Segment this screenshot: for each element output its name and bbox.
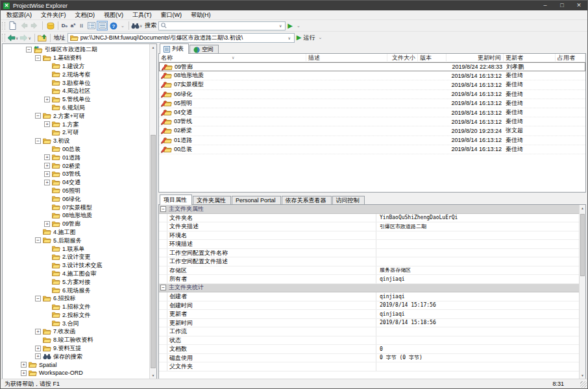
tree-item[interactable]: 4.施工图 <box>3 228 149 237</box>
property-row[interactable]: 磁盘使用0 字节 (0 字节) <box>159 354 585 363</box>
column-header[interactable]: 更新者 <box>504 54 556 62</box>
expand-icon[interactable]: + <box>44 221 50 227</box>
find-icon[interactable] <box>131 21 140 30</box>
tree-item[interactable]: +02桥梁 <box>3 161 149 170</box>
expand-icon[interactable]: + <box>21 370 27 376</box>
tree-item[interactable]: 6.规划局 <box>3 104 149 112</box>
expand-icon[interactable]: + <box>35 329 41 335</box>
column-header[interactable]: 更新时间 <box>447 54 504 62</box>
list-row[interactable]: 08地形地质2019/8/14 16:13:12秦佳琦 <box>159 71 585 80</box>
list-view-icon[interactable] <box>86 21 97 30</box>
property-row[interactable]: 工作流 <box>159 327 585 336</box>
expand-icon[interactable]: + <box>21 362 27 368</box>
tree-scrollbar-thumb[interactable] <box>151 135 156 368</box>
menu-item[interactable]: 数据源(A) <box>2 10 36 19</box>
tree-item[interactable]: 2.设计变更 <box>3 253 149 261</box>
close-button[interactable]: ✕ <box>570 1 587 10</box>
run-icon[interactable]: ▶ <box>297 34 302 41</box>
list-row[interactable]: 05照明2019/8/14 16:13:12秦佳琦 <box>159 99 585 108</box>
property-row[interactable]: 更新者qinjiaqi <box>159 310 585 319</box>
tree-item[interactable]: +Workspace-ORD <box>3 369 149 377</box>
tree-item[interactable]: +03管线 <box>3 170 149 178</box>
property-row[interactable]: 创建者qinjiaqi <box>159 292 585 301</box>
property-row[interactable]: 所有者qinjiaqi <box>159 275 585 284</box>
list-row[interactable]: 07实景模型2019/8/14 16:13:12秦佳琦 <box>159 80 585 89</box>
tree-item[interactable]: 5.方案对接 <box>3 277 149 286</box>
column-header[interactable]: 名称∨ <box>159 54 306 62</box>
tree-item[interactable]: −2.方案+可研 <box>3 112 149 120</box>
collapse-icon[interactable]: − <box>26 47 32 53</box>
help-icon[interactable]: ? <box>108 21 119 30</box>
list-row[interactable]: 06绿化2019/8/14 16:13:12秦佳琦 <box>159 90 585 99</box>
tree-item[interactable]: +9.资料互提 <box>3 344 149 353</box>
search-input[interactable]: ∨ <box>158 21 286 30</box>
expand-icon[interactable]: + <box>44 163 50 169</box>
tree-item[interactable]: 4.周边社区 <box>3 87 149 95</box>
property-tab-依存关系查看器[interactable]: 依存关系查看器 <box>282 196 332 205</box>
property-tab-项目属性[interactable]: 项目属性 <box>160 194 192 205</box>
menu-item[interactable]: 文件夹(F) <box>36 10 71 19</box>
back-icon[interactable] <box>7 33 16 43</box>
forward-history-caret-icon[interactable]: ∨ <box>28 36 31 40</box>
address-value[interactable]: pw:\\JNCJ-BIM:fuwuqi\Documents\引爆区市政道路二期… <box>80 34 286 42</box>
tree-item[interactable]: +保存的搜索 <box>3 352 149 360</box>
list-row[interactable]: 02桥梁2019/8/20 19:23:24张文超 <box>159 126 585 136</box>
tree-item[interactable]: 2.现场考察 <box>3 70 149 78</box>
expand-icon[interactable]: + <box>44 97 50 102</box>
search-go-icon[interactable]: ▶ <box>288 23 293 29</box>
maximize-button[interactable]: □ <box>554 1 570 10</box>
list-row[interactable]: 09管廊2019/8/24 22:48:33刘孝鹏 <box>159 62 585 71</box>
toolbar-overflow-icon[interactable]: ⌄ <box>297 23 300 29</box>
tree-item[interactable]: 3.勘察单位 <box>3 78 149 87</box>
details-view-icon[interactable] <box>97 21 108 30</box>
tree-item[interactable]: 4.施工图会审 <box>3 270 149 278</box>
toolbar-overflow-icon[interactable]: ⌄ <box>319 35 323 40</box>
list-row[interactable]: 04交通2019/8/14 16:13:12秦佳琦 <box>159 108 585 117</box>
tree-item[interactable]: 6.现场服务 <box>3 286 149 294</box>
property-row[interactable]: 文件夹名YinBaoQuShiZhengDaoLuErQi <box>159 214 585 223</box>
toolbar-overflow-icon[interactable]: ⌄ <box>121 23 125 29</box>
tree-item[interactable]: +5.管线单位 <box>3 95 149 104</box>
tree-item[interactable]: 2.可研 <box>3 128 149 137</box>
expand-icon[interactable]: + <box>44 180 50 185</box>
tree-item[interactable]: +Spatial <box>3 360 149 369</box>
expand-icon[interactable]: + <box>35 353 41 359</box>
back-history-caret-icon[interactable]: ∨ <box>16 36 18 40</box>
collapse-icon[interactable]: − <box>160 285 166 290</box>
tree-item[interactable]: 07实景模型 <box>3 203 149 211</box>
tree-item[interactable]: 8.竣工验收资料 <box>3 336 149 344</box>
interface-picker-icon[interactable]: D₀ <box>60 21 69 30</box>
property-row[interactable]: 创建时间2019/8/14 15:17:56 <box>159 301 585 311</box>
search-dropdown-caret-icon[interactable]: ∨ <box>279 23 282 28</box>
property-row[interactable]: 工作空间配置文件名称 <box>159 249 585 258</box>
expand-icon[interactable]: + <box>35 346 41 351</box>
attributes-icon[interactable]: aª <box>69 21 77 30</box>
column-header[interactable]: 文件大小 <box>387 54 418 62</box>
property-tab-文件夹属性[interactable]: 文件夹属性 <box>193 196 231 205</box>
menu-item[interactable]: 文档(D) <box>71 10 100 19</box>
properties-scrollbar-thumb[interactable] <box>580 214 585 276</box>
tree-item[interactable]: −3.初设 <box>3 137 149 145</box>
property-row[interactable]: 文件夹描述引爆区市政道路二期 <box>159 222 585 231</box>
column-header[interactable]: 占用者 <box>556 54 585 62</box>
menu-item[interactable]: 视图(V) <box>99 10 128 19</box>
toolbar-grip[interactable] <box>2 22 5 30</box>
collapse-icon[interactable]: − <box>35 296 41 301</box>
column-header[interactable]: 版本 <box>418 54 447 62</box>
more-attributes-icon[interactable]: ⁝⁝ <box>77 21 86 30</box>
property-tab-访问控制[interactable]: 访问控制 <box>332 196 365 205</box>
scroll-down-icon[interactable]: ▼ <box>150 373 156 377</box>
new-document-icon[interactable] <box>7 21 18 30</box>
tree-item[interactable]: −引爆区市政道路二期 <box>3 45 149 54</box>
tree-item[interactable]: +04交通 <box>3 178 149 187</box>
property-row[interactable]: 工作空间配置文件描述 <box>159 257 585 266</box>
tree-item[interactable]: 3.合同 <box>3 319 149 327</box>
address-input[interactable]: pw:\\JNCJ-BIM:fuwuqi\Documents\引爆区市政道路二期… <box>67 33 295 43</box>
property-group-header[interactable]: −主文件夹统计 <box>159 284 585 293</box>
tree-item[interactable]: −6.招投标 <box>3 294 149 303</box>
menu-item[interactable]: 工具(T) <box>128 10 156 19</box>
tree-item[interactable]: +7.收发函 <box>3 327 149 336</box>
find-dropdown-caret-icon[interactable]: ∨ <box>140 23 142 28</box>
tree-item[interactable]: 05照明 <box>3 187 149 195</box>
go-up-folder-icon[interactable] <box>37 33 48 43</box>
